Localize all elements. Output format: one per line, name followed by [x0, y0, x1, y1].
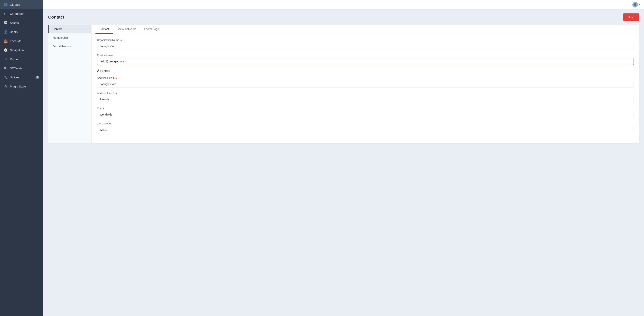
address-line1-group: Address Line 1 ★ [97, 76, 634, 88]
sidebar-item-label: Assets [10, 21, 19, 25]
city-input[interactable] [97, 111, 634, 118]
sidebar-item-label: SEOmatic [10, 67, 23, 70]
topbar: 👤 ▾ [44, 0, 644, 10]
sidebar-item-label: Globals [10, 3, 20, 6]
sidebar-item-retour[interactable]: ↩ Retour [0, 55, 44, 64]
tab-contact[interactable]: Contact [96, 25, 113, 34]
left-navigation: Contact Membership Global Promos [48, 25, 92, 143]
zip-group: ZIP Code ★ [97, 122, 634, 133]
plugin-store-icon: 🔌 [4, 85, 8, 88]
categories-icon: 🏷 [4, 12, 8, 16]
address-heading: Address [97, 69, 634, 73]
panel-layout: Contact Membership Global Promos Contact [48, 25, 639, 143]
city-group: City ★ [97, 107, 634, 118]
address-line1-label: Address Line 1 ★ [97, 76, 634, 79]
left-nav-item-membership[interactable]: Membership [48, 33, 91, 42]
sidebar-item-label: Retour [10, 58, 19, 61]
page-title: Contact [48, 15, 64, 20]
sidebar-item-label: Utilities [10, 76, 19, 79]
address-line2-label: Address Line 2 ★ [97, 92, 634, 95]
sidebar-item-label: Feed Me [10, 39, 22, 43]
sidebar-item-label: Navigation [10, 48, 24, 52]
org-name-label: Organization Name ★ [97, 39, 634, 42]
email-input[interactable] [97, 58, 634, 65]
globals-icon: 🌐 [4, 3, 8, 6]
required-star: ★ [109, 122, 111, 125]
sidebar-item-categories[interactable]: 🏷 Categories [0, 9, 44, 18]
zip-input[interactable] [97, 126, 634, 133]
feed-me-icon: 📥 [4, 39, 8, 43]
utilities-badge: 2 [36, 76, 40, 79]
sidebar-item-navigation[interactable]: 🧭 Navigation [0, 45, 44, 55]
sidebar-item-feed-me[interactable]: 📥 Feed Me [0, 36, 44, 45]
form-area: Organization Name ★ Email address Addres [92, 34, 639, 142]
retour-icon: ↩ [4, 57, 8, 61]
main-area: 👤 ▾ Contact Save Contact Membership Glob… [44, 0, 644, 316]
sidebar-item-label: Categories [10, 12, 24, 16]
assets-icon: 🖼 [4, 21, 8, 25]
org-name-group: Organization Name ★ [97, 39, 634, 50]
required-star: ★ [120, 39, 122, 42]
sidebar-item-utilities[interactable]: 🔧 Utilities 2 [0, 73, 44, 82]
tab-social-networks[interactable]: Social networks [113, 25, 140, 34]
page-content: Contact Save Contact Membership Global P… [44, 10, 644, 316]
tab-footer-logo[interactable]: Footer Logo [140, 25, 163, 34]
sidebar-item-label: Plugin Store [10, 85, 26, 88]
tab-bar: Contact Social networks Footer Logo [92, 25, 639, 34]
users-icon: 👤 [4, 30, 8, 34]
address-line1-input[interactable] [97, 81, 634, 88]
sidebar-item-plugin-store[interactable]: 🔌 Plugin Store [0, 82, 44, 91]
org-name-input[interactable] [97, 43, 634, 50]
address-line2-input[interactable] [97, 96, 634, 103]
navigation-icon: 🧭 [4, 48, 8, 52]
address-line2-group: Address Line 2 ★ [97, 92, 634, 103]
sidebar-item-users[interactable]: 👤 Users [0, 27, 44, 36]
right-panel: Contact Social networks Footer Logo Orga… [92, 25, 639, 143]
utilities-icon: 🔧 [4, 75, 8, 79]
save-button[interactable]: Save [623, 14, 639, 21]
required-star: ★ [115, 76, 117, 79]
left-nav-item-contact[interactable]: Contact [48, 25, 91, 33]
sidebar-item-seomatic[interactable]: 🔍 SEOmatic [0, 64, 44, 73]
sidebar-item-assets[interactable]: 🖼 Assets [0, 18, 44, 27]
email-label: Email address [97, 54, 634, 57]
sidebar: 🌐 Globals 🏷 Categories 🖼 Assets 👤 Users … [0, 0, 44, 316]
sidebar-item-globals[interactable]: 🌐 Globals [0, 0, 44, 9]
sidebar-item-label: Users [10, 30, 18, 34]
avatar: 👤 [632, 2, 638, 8]
seomatic-icon: 🔍 [4, 66, 8, 70]
chevron-down-icon: ▾ [639, 4, 640, 6]
zip-label: ZIP Code ★ [97, 122, 634, 125]
city-label: City ★ [97, 107, 634, 110]
email-group: Email address [97, 54, 634, 65]
required-star: ★ [102, 107, 104, 110]
required-star: ★ [115, 92, 117, 95]
left-nav-item-global-promos[interactable]: Global Promos [48, 42, 91, 51]
page-header: Contact Save [48, 14, 639, 21]
user-menu[interactable]: 👤 ▾ [632, 2, 640, 8]
